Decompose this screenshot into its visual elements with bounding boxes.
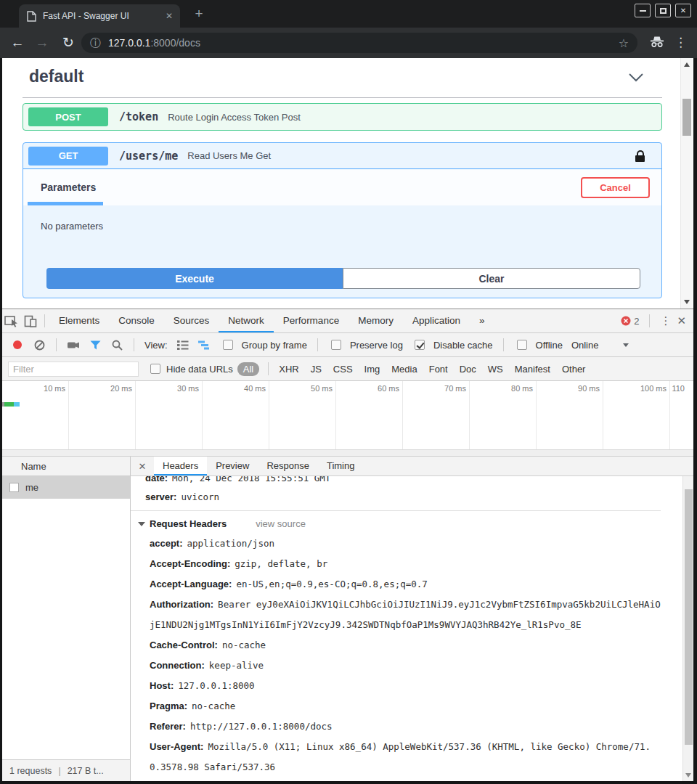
tab-memory[interactable]: Memory: [348, 309, 403, 332]
error-badge[interactable]: 2: [621, 316, 639, 327]
device-toolbar-icon[interactable]: [21, 311, 40, 330]
scroll-up-icon[interactable]: [684, 62, 690, 67]
minimize-button[interactable]: [635, 4, 651, 17]
browser-toolbar: ← → ↻ ⓘ 127.0.0.1:8000/docs ☆ ⋮: [0, 28, 697, 58]
opblock-header[interactable]: POST /token Route Login Access Token Pos…: [23, 104, 661, 130]
endpoint-post-token[interactable]: POST /token Route Login Access Token Pos…: [23, 103, 662, 131]
tab-performance[interactable]: Performance: [274, 309, 348, 332]
filter-input[interactable]: [8, 362, 139, 377]
address-bar[interactable]: ⓘ 127.0.0.1:8000/docs ☆: [81, 33, 637, 53]
filter-type-all[interactable]: All: [237, 362, 259, 376]
clear-requests-icon[interactable]: [30, 335, 49, 354]
filter-type-manifest[interactable]: Manifest: [515, 364, 550, 375]
tab-strip: Fast API - Swagger UI ✕ + ✕: [0, 0, 697, 28]
filter-type-media[interactable]: Media: [391, 364, 417, 375]
timeline-overview[interactable]: 10 ms 20 ms 30 ms 40 ms 50 ms 60 ms 70 m…: [2, 381, 693, 449]
screenshot-icon[interactable]: [64, 335, 83, 354]
view-source-link[interactable]: view source: [256, 514, 306, 534]
filter-type-js[interactable]: JS: [311, 364, 322, 375]
filter-type-doc[interactable]: Doc: [460, 364, 476, 375]
reload-icon[interactable]: ↻: [60, 34, 77, 52]
url-text[interactable]: 127.0.0.1:8000/docs: [108, 37, 619, 49]
request-headers-section[interactable]: Request Headers view source: [138, 514, 661, 534]
timeline-tick: 20 ms: [69, 381, 136, 449]
record-icon[interactable]: [13, 340, 22, 349]
filter-type-other[interactable]: Other: [562, 364, 586, 375]
request-header-line: acceptapplication/json: [138, 534, 661, 554]
auth-lock-icon[interactable]: [635, 150, 645, 162]
tab-close-icon[interactable]: ✕: [166, 11, 173, 21]
timeline-tick: 70 ms: [403, 381, 470, 449]
collapse-chevron-icon[interactable]: [628, 73, 644, 83]
more-tabs-icon[interactable]: »: [470, 309, 494, 332]
clear-button[interactable]: Clear: [343, 268, 640, 289]
disable-cache-checkbox[interactable]: [415, 340, 425, 350]
view-waterfall-icon[interactable]: [195, 335, 214, 354]
timeline-tick: 30 ms: [136, 381, 203, 449]
tab-application[interactable]: Application: [403, 309, 470, 332]
filter-funnel-icon[interactable]: [86, 335, 105, 354]
execute-button[interactable]: Execute: [46, 268, 343, 289]
endpoint-path: /users/me: [119, 150, 178, 163]
preserve-log-checkbox[interactable]: [331, 340, 341, 350]
scrollbar-thumb[interactable]: [682, 99, 691, 136]
forward-icon[interactable]: →: [33, 34, 51, 52]
timeline-tick: 60 ms: [336, 381, 403, 449]
maximize-button[interactable]: [655, 4, 671, 17]
section-separator: [131, 510, 661, 511]
filter-type-xhr[interactable]: XHR: [279, 364, 298, 375]
incognito-icon: [649, 36, 665, 49]
view-list-icon[interactable]: [174, 335, 192, 354]
new-tab-button[interactable]: +: [190, 5, 208, 23]
filter-type-css[interactable]: CSS: [333, 364, 353, 375]
tab-console[interactable]: Console: [109, 309, 164, 332]
requests-count: 1 requests: [9, 766, 52, 776]
offline-checkbox[interactable]: [517, 340, 527, 350]
name-column-header[interactable]: Name: [2, 457, 130, 476]
cancel-button[interactable]: Cancel: [581, 177, 650, 198]
tab-title: Fast API - Swagger UI: [43, 11, 166, 21]
scroll-down-icon[interactable]: [684, 300, 690, 304]
filter-type-ws[interactable]: WS: [488, 364, 503, 375]
browser-tab[interactable]: Fast API - Swagger UI ✕: [19, 4, 180, 28]
tab-network[interactable]: Network: [219, 309, 274, 332]
search-icon[interactable]: [107, 335, 126, 354]
network-summary-bar: 1 requests | 217 B t...: [2, 759, 131, 781]
collapse-triangle-icon[interactable]: [138, 522, 145, 526]
tab-elements[interactable]: Elements: [49, 309, 109, 332]
filter-type-font[interactable]: Font: [429, 364, 448, 375]
inspect-element-icon[interactable]: [2, 311, 21, 330]
dropdown-arrow-icon[interactable]: [623, 343, 629, 347]
details-close-icon[interactable]: ✕: [131, 457, 154, 475]
timeline-tick: 110: [670, 381, 693, 449]
bookmark-star-icon[interactable]: ☆: [619, 36, 629, 50]
request-name: me: [25, 482, 38, 493]
devtools-panel: Elements Console Sources Network Perform…: [2, 309, 693, 780]
scrollbar-thumb[interactable]: [685, 489, 693, 745]
devtools-menu-icon[interactable]: ⋮: [660, 314, 671, 327]
tab-response[interactable]: Response: [258, 457, 318, 475]
hide-data-urls-checkbox[interactable]: [150, 364, 160, 374]
filter-type-img[interactable]: Img: [364, 364, 380, 375]
opblock-header[interactable]: GET /users/me Read Users Me Get: [23, 143, 661, 169]
back-icon[interactable]: ←: [9, 34, 26, 52]
page-info-icon[interactable]: ⓘ: [90, 36, 101, 50]
disable-cache-label: Disable cache: [433, 340, 493, 351]
tab-sources[interactable]: Sources: [164, 309, 219, 332]
tab-preview[interactable]: Preview: [207, 457, 258, 475]
request-row-me[interactable]: me: [2, 476, 130, 499]
request-header-line: Pragmano-cache: [138, 696, 661, 716]
devtools-close-icon[interactable]: ✕: [677, 314, 686, 327]
browser-menu-icon[interactable]: ⋮: [674, 34, 687, 52]
details-scrollbar[interactable]: [682, 476, 693, 781]
close-button[interactable]: ✕: [675, 4, 691, 17]
response-header-line: dateMon, 24 Dec 2018 15:55:51 GMT: [138, 476, 661, 488]
scroll-down-icon[interactable]: [685, 773, 691, 777]
group-by-frame-checkbox[interactable]: [223, 340, 233, 350]
throttling-select[interactable]: Online: [571, 340, 599, 351]
tab-headers[interactable]: Headers: [154, 457, 207, 475]
headers-content[interactable]: dateMon, 24 Dec 2018 15:55:51 GMT server…: [131, 476, 682, 781]
tab-timing[interactable]: Timing: [318, 457, 364, 475]
request-header-line: Accept-Encodinggzip, deflate, br: [138, 554, 661, 574]
page-scrollbar[interactable]: [680, 58, 693, 309]
